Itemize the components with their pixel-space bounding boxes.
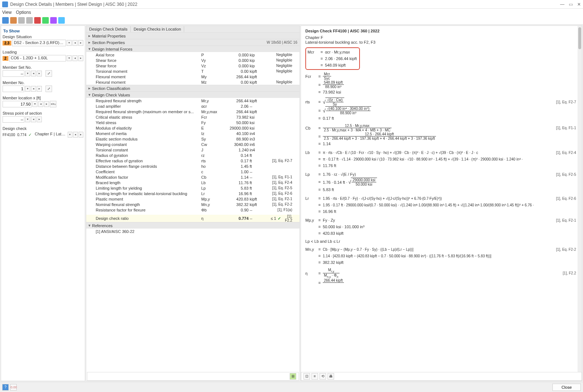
tool-icon-6[interactable] <box>42 17 49 24</box>
view-icon-3[interactable]: ⟲ <box>320 373 326 380</box>
x-x0-icon[interactable]: x/x₀ <box>50 101 56 107</box>
combo-design-situation[interactable]: DS2 - Section 2.3 (LRFD), 1. to 5. <box>12 40 66 46</box>
help-icon[interactable]: ? <box>2 384 9 391</box>
view-icon-1[interactable]: ⊡ <box>304 373 310 380</box>
chevron-down-icon[interactable]: ▾ <box>67 40 72 46</box>
label-member-no: Member No. <box>3 80 83 85</box>
next-button[interactable]: ▸ <box>37 86 42 92</box>
view-icon-2[interactable]: ≡ <box>312 373 318 380</box>
force-row: Flexural momentMy266.44kipft <box>86 74 300 79</box>
sec-internal-forces[interactable]: ▾Design Internal Forces <box>86 46 300 52</box>
tool-icon-7[interactable] <box>50 17 57 24</box>
prev-button[interactable]: ◂ <box>72 55 78 61</box>
tool-icon-5[interactable] <box>34 17 41 24</box>
value-row: Modulus of elasticityE29000.000ksi <box>86 125 300 131</box>
chevron-down-icon[interactable]: ▾ <box>67 55 72 61</box>
chevron-down-icon[interactable]: ▾ <box>25 116 30 122</box>
menu-options[interactable]: Options <box>16 10 31 15</box>
next-button[interactable]: ▸ <box>44 101 49 107</box>
prev-button[interactable]: ◂ <box>38 101 43 107</box>
tool-icon-8[interactable] <box>58 17 65 24</box>
sec-classification[interactable]: ▸Section Classification <box>86 85 300 91</box>
toolbar <box>0 16 583 25</box>
minimize-icon[interactable]: — <box>560 2 564 7</box>
close-icon[interactable]: ✕ <box>577 2 581 7</box>
close-button[interactable]: Close <box>552 384 581 391</box>
side-header: To Show <box>3 27 83 35</box>
value-row: Plastic momentMp,y420.83kipft[1], Eq. F2… <box>86 196 300 202</box>
dc-desc[interactable]: Chapter F | Lateral-torsio... <box>33 131 67 138</box>
app-icon <box>2 1 8 7</box>
group-loading: Loading 2 CO6 - 1.20D + 1.60L ▾ ◂ ▸ <box>3 50 83 62</box>
badge-design-situation: 2.3 <box>3 41 11 45</box>
scrollbar[interactable] <box>578 26 582 381</box>
value-row: Effective radius of gyrationrts0.17ft[1]… <box>86 158 300 163</box>
check-ok-icon: ✓ <box>28 132 32 137</box>
sec-material-properties[interactable]: ▸Material Properties <box>86 33 300 39</box>
value-row: Braced lengthLb11.76ft[1], Eq. F2-4 <box>86 180 300 185</box>
subtitle: Lateral-torsional buckling acc. to F2, F… <box>305 40 578 44</box>
next-button[interactable]: ▸ <box>79 132 83 138</box>
input-member-set[interactable] <box>3 70 24 77</box>
chevron-down-icon[interactable]: ▾ <box>25 86 30 92</box>
next-button[interactable]: ▸ <box>37 116 42 122</box>
input-member-no[interactable] <box>3 86 24 92</box>
value-row: Required flexural strengthMr,y266.44kipf… <box>86 98 300 103</box>
tab-header: Design Check Details Design Checks in Lo… <box>86 26 300 32</box>
force-row: Flexural momentMz0.00kipftNegligible <box>86 79 300 85</box>
prev-button[interactable]: ◂ <box>31 71 36 76</box>
prev-button[interactable]: ◂ <box>31 116 36 122</box>
label-loading: Loading <box>3 50 83 54</box>
tab-location[interactable]: Design Checks in Location <box>131 26 184 32</box>
value-row: Distance between flange centroidsho1.45f… <box>86 163 300 169</box>
input-member-loc[interactable] <box>3 101 32 107</box>
excel-export-icon[interactable]: ⊞ <box>290 373 296 380</box>
value-row: Limiting length for inelastic lateral-to… <box>86 191 300 196</box>
prev-button[interactable]: ◂ <box>73 132 78 138</box>
tab-details[interactable]: Design Check Details <box>86 26 131 32</box>
dc-code: FF4100 <box>3 133 15 137</box>
prev-button[interactable]: ◂ <box>31 86 36 92</box>
reference-row: [1] ANSI/AISC 360-22 <box>86 229 300 234</box>
middle-panel: Design Check Details Design Checks in Lo… <box>86 25 300 381</box>
next-button[interactable]: ▸ <box>37 71 42 76</box>
value-row: Nominal flexural strengthMn,y382.32kipft… <box>86 202 300 207</box>
chapter-label: Chapter F <box>305 35 578 40</box>
next-button[interactable]: ▸ <box>78 55 83 61</box>
window-title: Design Check Details | Members | Steel D… <box>10 2 137 7</box>
combo-loading[interactable]: CO6 - 1.20D + 1.60L <box>9 55 66 62</box>
menu-view[interactable]: View <box>2 10 12 15</box>
print-icon[interactable]: 🖶 <box>328 373 334 380</box>
value-row: Radius of gyrationrz0.14ft <box>86 153 300 158</box>
pick-icon[interactable]: ⤢ <box>45 70 52 77</box>
group-member-loc: Member location x [ft] ▾ ◂ ▸ x/x₀ <box>3 96 83 107</box>
sec-section-properties[interactable]: ▸Section PropertiesW 18x50 | AISC 16 <box>86 39 300 45</box>
sec-references[interactable]: ▾References <box>86 222 300 229</box>
tool-icon-4[interactable] <box>26 17 33 24</box>
decimal-icon[interactable]: 0.00 <box>10 384 17 391</box>
chevron-down-icon[interactable]: ▾ <box>25 71 30 76</box>
sec-check-values[interactable]: ▾Design Check Values <box>86 92 300 98</box>
chevron-down-icon[interactable]: ▾ <box>32 101 37 107</box>
label-design-check: Design check <box>3 126 83 131</box>
next-button[interactable]: ▸ <box>78 40 83 46</box>
side-panel: To Show Design Situation 2.3 DS2 - Secti… <box>1 25 85 381</box>
footer: ? 0.00 Close <box>0 382 583 392</box>
label-design-situation: Design Situation <box>3 35 83 39</box>
tool-icon-1[interactable] <box>2 17 9 24</box>
group-design-situation: Design Situation 2.3 DS2 - Section 2.3 (… <box>3 35 83 46</box>
group-stress-point: Stress point of section ▾ ◂ ▸ <box>3 111 83 123</box>
highlight-mcr: Mcr=αcr · Mr,y,max =2.06 · 266.44 kipft … <box>305 47 360 70</box>
group-member-set: Member Set No. ▾ ◂ ▸ ⤢ <box>3 65 83 77</box>
tool-icon-2[interactable] <box>10 17 17 24</box>
chevron-down-icon[interactable]: ▾ <box>68 132 72 138</box>
value-row: Resistance factor for flexureΦb0.90--[1]… <box>86 207 300 213</box>
tool-icon-3[interactable] <box>18 17 25 24</box>
input-stress-point[interactable] <box>3 116 24 123</box>
maximize-icon[interactable]: ▭ <box>569 2 573 7</box>
menubar: View Options <box>0 9 583 16</box>
badge-loading: 2 <box>3 56 8 61</box>
prev-button[interactable]: ◂ <box>72 40 78 46</box>
pick-icon[interactable]: ⤢ <box>45 86 52 92</box>
value-row: Modification factorCb1.14--[1], Eq. F1-1 <box>86 174 300 180</box>
